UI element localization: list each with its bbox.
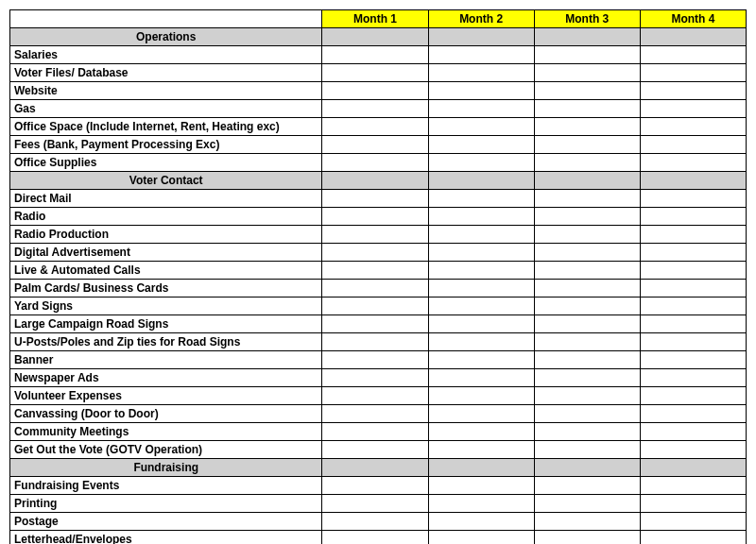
data-cell[interactable] <box>640 495 746 513</box>
data-cell[interactable] <box>428 64 534 82</box>
data-cell[interactable] <box>428 136 534 154</box>
data-cell[interactable] <box>640 280 746 298</box>
data-cell[interactable] <box>322 46 428 64</box>
data-cell[interactable] <box>428 154 534 172</box>
data-cell[interactable] <box>640 315 746 333</box>
data-cell[interactable] <box>322 315 428 333</box>
data-cell[interactable] <box>322 154 428 172</box>
data-cell[interactable] <box>428 262 534 280</box>
data-cell[interactable] <box>322 208 428 226</box>
data-cell[interactable] <box>428 244 534 262</box>
data-cell[interactable] <box>534 333 640 351</box>
data-cell[interactable] <box>322 244 428 262</box>
data-cell[interactable] <box>322 100 428 118</box>
data-cell[interactable] <box>640 387 746 405</box>
data-cell[interactable] <box>322 333 428 351</box>
data-cell[interactable] <box>534 477 640 495</box>
data-cell[interactable] <box>322 369 428 387</box>
data-cell[interactable] <box>322 280 428 298</box>
data-cell[interactable] <box>428 190 534 208</box>
data-cell[interactable] <box>428 531 534 545</box>
data-cell[interactable] <box>322 351 428 369</box>
data-cell[interactable] <box>640 333 746 351</box>
data-cell[interactable] <box>428 298 534 315</box>
data-cell[interactable] <box>322 298 428 315</box>
data-cell[interactable] <box>534 387 640 405</box>
data-cell[interactable] <box>428 118 534 136</box>
data-cell[interactable] <box>640 369 746 387</box>
data-cell[interactable] <box>428 405 534 423</box>
data-cell[interactable] <box>534 513 640 531</box>
data-cell[interactable] <box>534 244 640 262</box>
data-cell[interactable] <box>322 387 428 405</box>
data-cell[interactable] <box>640 190 746 208</box>
data-cell[interactable] <box>534 298 640 315</box>
data-cell[interactable] <box>322 136 428 154</box>
data-cell[interactable] <box>640 154 746 172</box>
data-cell[interactable] <box>640 513 746 531</box>
data-cell[interactable] <box>534 190 640 208</box>
data-cell[interactable] <box>640 262 746 280</box>
data-cell[interactable] <box>640 136 746 154</box>
data-cell[interactable] <box>534 531 640 545</box>
data-cell[interactable] <box>428 208 534 226</box>
data-cell[interactable] <box>428 423 534 441</box>
data-cell[interactable] <box>640 423 746 441</box>
data-cell[interactable] <box>534 100 640 118</box>
data-cell[interactable] <box>534 423 640 441</box>
data-cell[interactable] <box>428 351 534 369</box>
data-cell[interactable] <box>534 405 640 423</box>
data-cell[interactable] <box>322 82 428 100</box>
data-cell[interactable] <box>322 441 428 459</box>
data-cell[interactable] <box>640 226 746 244</box>
data-cell[interactable] <box>322 513 428 531</box>
data-cell[interactable] <box>640 208 746 226</box>
data-cell[interactable] <box>640 351 746 369</box>
data-cell[interactable] <box>322 190 428 208</box>
data-cell[interactable] <box>534 208 640 226</box>
data-cell[interactable] <box>428 226 534 244</box>
data-cell[interactable] <box>322 226 428 244</box>
data-cell[interactable] <box>640 244 746 262</box>
data-cell[interactable] <box>640 405 746 423</box>
data-cell[interactable] <box>428 280 534 298</box>
data-cell[interactable] <box>534 82 640 100</box>
data-cell[interactable] <box>428 100 534 118</box>
data-cell[interactable] <box>640 82 746 100</box>
data-cell[interactable] <box>640 100 746 118</box>
data-cell[interactable] <box>428 333 534 351</box>
data-cell[interactable] <box>322 64 428 82</box>
data-cell[interactable] <box>534 136 640 154</box>
data-cell[interactable] <box>534 226 640 244</box>
data-cell[interactable] <box>322 477 428 495</box>
data-cell[interactable] <box>428 369 534 387</box>
data-cell[interactable] <box>428 387 534 405</box>
data-cell[interactable] <box>534 280 640 298</box>
data-cell[interactable] <box>640 118 746 136</box>
data-cell[interactable] <box>534 351 640 369</box>
data-cell[interactable] <box>428 441 534 459</box>
data-cell[interactable] <box>534 64 640 82</box>
data-cell[interactable] <box>640 477 746 495</box>
data-cell[interactable] <box>534 495 640 513</box>
data-cell[interactable] <box>640 64 746 82</box>
data-cell[interactable] <box>534 154 640 172</box>
data-cell[interactable] <box>322 423 428 441</box>
data-cell[interactable] <box>428 477 534 495</box>
data-cell[interactable] <box>640 46 746 64</box>
data-cell[interactable] <box>428 46 534 64</box>
data-cell[interactable] <box>428 315 534 333</box>
data-cell[interactable] <box>322 262 428 280</box>
data-cell[interactable] <box>640 298 746 315</box>
data-cell[interactable] <box>322 405 428 423</box>
data-cell[interactable] <box>322 531 428 545</box>
data-cell[interactable] <box>534 46 640 64</box>
data-cell[interactable] <box>322 118 428 136</box>
data-cell[interactable] <box>534 118 640 136</box>
data-cell[interactable] <box>534 369 640 387</box>
data-cell[interactable] <box>640 441 746 459</box>
data-cell[interactable] <box>534 315 640 333</box>
data-cell[interactable] <box>534 441 640 459</box>
data-cell[interactable] <box>534 262 640 280</box>
data-cell[interactable] <box>322 495 428 513</box>
